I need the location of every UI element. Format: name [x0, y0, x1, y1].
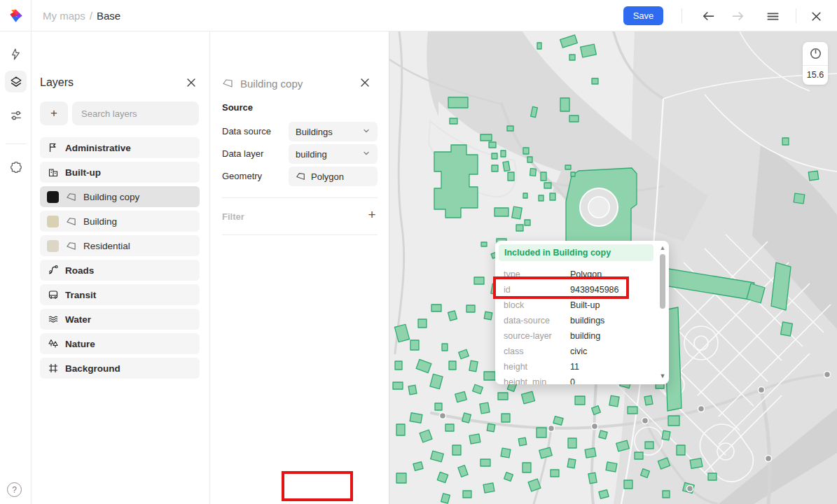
- scroll-down-icon[interactable]: ▼: [658, 372, 667, 379]
- inspector-close-icon[interactable]: [357, 75, 373, 90]
- popup-scrollbar[interactable]: ▲ ▼: [658, 244, 667, 381]
- puzzle-icon: [10, 161, 22, 174]
- roads-icon: [47, 265, 59, 276]
- add-filter-button[interactable]: +: [364, 206, 380, 223]
- data-layer-select[interactable]: building: [289, 144, 378, 164]
- topbar-divider: [796, 8, 796, 23]
- logo-icon: [8, 8, 24, 24]
- buildings-icon: [47, 167, 59, 178]
- layer-list: Administrative Built-up Building copy Bu…: [40, 137, 200, 379]
- layer-color-swatch[interactable]: [47, 216, 59, 227]
- layer-group-built-up[interactable]: Built-up: [40, 162, 200, 183]
- layers-panel-title: Layers: [40, 76, 74, 89]
- breadcrumb-parent[interactable]: My maps: [43, 10, 85, 22]
- breadcrumb: My maps / Base: [43, 0, 120, 31]
- popup-header: Included in Building copy: [499, 244, 653, 261]
- plugins-tool-button[interactable]: [5, 156, 27, 178]
- popup-row: blockBuilt-up: [504, 298, 653, 313]
- flash-icon: [10, 48, 22, 60]
- app-logo[interactable]: [0, 0, 32, 31]
- layer-item-building-copy[interactable]: Building copy: [40, 186, 200, 207]
- scroll-up-icon[interactable]: ▲: [658, 244, 667, 251]
- popup-row: height_min0: [504, 374, 653, 384]
- zoom-level: 15.6: [803, 66, 828, 84]
- tool-rail: [0, 31, 32, 504]
- scroll-thumb[interactable]: [660, 254, 665, 309]
- popup-row: typePolygon: [504, 267, 653, 282]
- popup-row: source-layerbuilding: [504, 328, 653, 344]
- layer-group-water[interactable]: Water: [40, 309, 200, 330]
- layer-group-administrative[interactable]: Administrative: [40, 137, 200, 158]
- rail-divider: [6, 144, 26, 144]
- top-bar: My maps / Base Save: [0, 0, 837, 31]
- layers-panel: Layers + Administrative Built-up Buildin…: [32, 31, 210, 504]
- popup-row: data-sourcebuildings: [504, 313, 653, 328]
- tune-icon: [10, 109, 22, 122]
- layer-color-swatch[interactable]: [47, 191, 59, 203]
- compass-icon[interactable]: [803, 42, 828, 66]
- layer-group-roads[interactable]: Roads: [40, 260, 200, 281]
- layers-tool-button[interactable]: [5, 71, 27, 92]
- search-layers-input[interactable]: [72, 102, 199, 125]
- polygon-icon: [296, 172, 305, 181]
- data-source-label: Data source: [222, 122, 271, 141]
- polygon-icon: [65, 240, 77, 252]
- close-window-icon[interactable]: [808, 8, 824, 24]
- popup-rows: typePolygon id9438945986 blockBuilt-up d…: [495, 265, 669, 384]
- inspector-divider: [222, 197, 378, 198]
- chevron-down-icon: [362, 127, 371, 137]
- popup-row: height11: [504, 359, 653, 374]
- settings-tool-button[interactable]: [5, 104, 27, 126]
- inspector-title: Building copy: [240, 78, 303, 90]
- layer-group-nature[interactable]: Nature: [40, 333, 200, 354]
- source-section-title: Source: [222, 102, 253, 113]
- polygon-icon: [65, 216, 77, 227]
- data-source-select[interactable]: Buildings: [289, 122, 378, 141]
- layer-color-swatch[interactable]: [47, 240, 59, 252]
- geometry-label: Geometry: [222, 167, 262, 186]
- trees-icon: [47, 338, 59, 350]
- undo-button[interactable]: [700, 8, 717, 24]
- menu-button[interactable]: [764, 8, 781, 24]
- feature-popup: Included in Building copy typePolygon id…: [495, 241, 669, 384]
- polygon-icon: [65, 191, 77, 203]
- map-zoom-card: 15.6: [803, 42, 828, 85]
- popup-row: id9438945986: [504, 282, 653, 298]
- chevron-down-icon: [362, 149, 371, 160]
- bus-icon: [47, 289, 59, 301]
- layer-item-building[interactable]: Building: [40, 211, 200, 232]
- flash-tool-button[interactable]: [5, 43, 27, 65]
- help-button[interactable]: ?: [7, 482, 22, 497]
- app-window: 15.6 Included in Building copy typePolyg…: [0, 0, 837, 504]
- data-layer-label: Data layer: [222, 144, 263, 164]
- polygon-icon: [222, 78, 233, 89]
- layer-group-transit[interactable]: Transit: [40, 284, 200, 305]
- help-icon: ?: [12, 485, 17, 495]
- popup-row: classcivic: [504, 344, 653, 359]
- layers-close-icon[interactable]: [184, 75, 199, 90]
- save-button[interactable]: Save: [623, 6, 663, 25]
- flag-icon: [47, 142, 59, 154]
- topbar-divider: [682, 8, 682, 23]
- breadcrumb-current: Base: [97, 10, 120, 22]
- map-courtyard: [580, 188, 618, 226]
- inspector-header: Building copy: [222, 75, 378, 92]
- geometry-value[interactable]: Polygon: [289, 167, 378, 186]
- frame-icon: [47, 363, 59, 374]
- inspector-divider: [222, 234, 378, 235]
- add-layer-button[interactable]: +: [40, 102, 68, 125]
- redo-button[interactable]: [730, 8, 747, 24]
- filter-section-title: Filter: [222, 211, 244, 222]
- layer-item-residential[interactable]: Residential: [40, 235, 200, 256]
- waves-icon: [47, 314, 59, 326]
- breadcrumb-separator: /: [90, 10, 92, 22]
- layers-icon: [10, 76, 22, 88]
- layer-group-background[interactable]: Background: [40, 358, 200, 379]
- layer-inspector-panel: Building copy Source Data source Buildin…: [210, 31, 389, 504]
